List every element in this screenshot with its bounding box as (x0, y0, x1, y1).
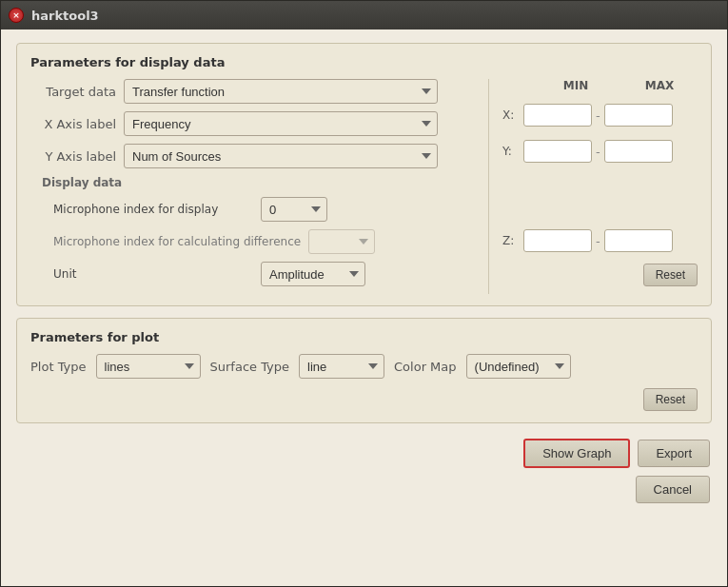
mic-index-select[interactable]: 0 1 2 (261, 197, 327, 222)
display-data-title: Display data (42, 176, 488, 189)
y-max-input[interactable] (604, 140, 673, 163)
left-panel: Target data Transfer function Sources Ot… (30, 79, 488, 294)
params-title: Parameters for display data (30, 55, 698, 69)
window-title: harktool3 (31, 9, 99, 23)
target-data-row: Target data Transfer function Sources Ot… (30, 79, 488, 104)
show-graph-button[interactable]: Show Graph (523, 439, 630, 468)
mic-diff-select[interactable] (308, 229, 375, 254)
cancel-button[interactable]: Cancel (636, 476, 710, 503)
plot-reset-row: Reset (30, 388, 698, 411)
z-max-input[interactable] (604, 229, 673, 252)
y-axis-row: Y Axis label Num of Sources Amplitude (30, 144, 488, 168)
min-label: MIN (538, 79, 614, 92)
mic-index-label: Microphone index for display (53, 203, 253, 216)
x-dash: - (596, 108, 600, 123)
z-range-label: Z: (502, 234, 520, 247)
main-window: × harktool3 Parameters for display data … (0, 0, 728, 587)
x-min-input[interactable] (523, 104, 592, 127)
plot-title: Prameters for plot (30, 330, 698, 344)
x-range-row: X: - (502, 104, 698, 127)
x-axis-label: X Axis label (30, 117, 116, 131)
plot-type-row: Plot Type lines bars Surface Type line s… (30, 354, 698, 379)
z-dash: - (596, 234, 600, 248)
right-bottom: Z: - Reset (502, 182, 698, 286)
mic-index-row: Microphone index for display 0 1 2 (42, 197, 488, 222)
x-axis-select[interactable]: Frequency Time (124, 111, 438, 136)
display-data-subsection: Display data Microphone index for displa… (30, 176, 488, 286)
unit-select[interactable]: Amplitude dB Phase (261, 262, 365, 286)
x-axis-row: X Axis label Frequency Time (30, 111, 488, 136)
titlebar: × harktool3 (1, 1, 727, 29)
color-map-select[interactable]: (Undefined) jet (466, 354, 571, 379)
close-button[interactable]: × (9, 8, 24, 23)
mic-diff-row: Microphone index for calculating differe… (42, 229, 488, 254)
mic-diff-label: Microphone index for calculating differe… (53, 235, 301, 248)
target-data-label: Target data (30, 85, 116, 99)
action-row: Show Graph Export (16, 439, 712, 468)
y-dash: - (596, 145, 600, 159)
y-min-input[interactable] (523, 140, 592, 163)
reset-button-1[interactable]: Reset (643, 264, 698, 286)
max-label: MAX (621, 79, 698, 92)
export-button[interactable]: Export (638, 440, 710, 467)
y-range-row: Y: - (502, 140, 698, 163)
y-axis-select[interactable]: Num of Sources Amplitude (124, 144, 438, 168)
y-range-label: Y: (502, 145, 520, 158)
y-axis-label: Y Axis label (30, 149, 116, 164)
plot-section: Prameters for plot Plot Type lines bars … (16, 318, 712, 423)
color-map-label: Color Map (394, 360, 457, 374)
right-panel: MIN MAX X: - Y: - (488, 79, 698, 294)
x-max-input[interactable] (604, 104, 673, 127)
unit-row: Unit Amplitude dB Phase (42, 262, 488, 286)
surface-type-label: Surface Type (210, 360, 290, 374)
unit-label: Unit (53, 267, 253, 281)
surface-type-select[interactable]: line surface (299, 354, 384, 379)
min-max-header: MIN MAX (502, 79, 698, 92)
plot-type-select[interactable]: lines bars (96, 354, 201, 379)
params-section: Parameters for display data Target data … (16, 43, 712, 306)
content-area: Parameters for display data Target data … (1, 29, 727, 586)
main-divider-row: Target data Transfer function Sources Ot… (30, 79, 698, 294)
z-min-input[interactable] (523, 229, 592, 252)
cancel-row: Cancel (16, 476, 712, 503)
x-range-label: X: (502, 108, 520, 122)
plot-type-label: Plot Type (30, 360, 87, 374)
reset-button-2[interactable]: Reset (643, 388, 698, 411)
z-range-row: Z: - (502, 229, 698, 252)
target-data-select[interactable]: Transfer function Sources Other (124, 79, 438, 104)
